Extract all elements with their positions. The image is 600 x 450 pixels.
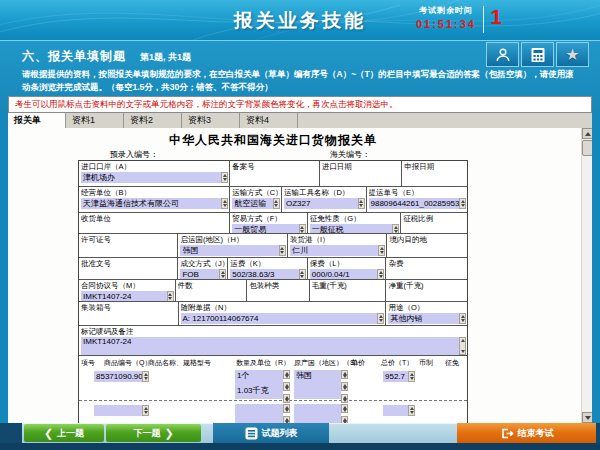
item2-total-price-value[interactable]	[383, 405, 408, 416]
operator-value[interactable]: 天津益海通信技术有限公司	[81, 198, 221, 209]
transaction-mode-input[interactable]: FOB	[180, 269, 226, 279]
favorite-button[interactable]: ★	[556, 42, 589, 67]
item1-origin-value[interactable]: 韩国	[296, 371, 339, 381]
spinner-icon[interactable]	[459, 337, 466, 355]
item1-code-input[interactable]: 85371090.90	[94, 371, 149, 382]
field-net-weight: 净重(千克)	[386, 280, 467, 301]
spinner-icon[interactable]	[392, 224, 399, 233]
transport-name-input[interactable]: OZ327	[284, 198, 365, 209]
spinner-icon[interactable]	[299, 224, 306, 233]
spinner-icon[interactable]	[273, 198, 280, 209]
spinner-icon[interactable]	[283, 416, 290, 423]
spinner-icon[interactable]	[299, 269, 306, 279]
import-port-input[interactable]: 津机场办	[81, 172, 228, 183]
loading-port-value[interactable]: 仁川	[290, 245, 378, 256]
spinner-icon[interactable]	[341, 416, 348, 423]
bill-no-input[interactable]: 98809644261_00285953	[369, 198, 466, 209]
item1-origin-input[interactable]: 韩国	[294, 370, 341, 399]
item1-code-value[interactable]: 85371090.90	[94, 371, 142, 382]
item1-qty-input[interactable]: 1个 1.03千克	[235, 370, 283, 399]
spinner-icon[interactable]	[283, 404, 290, 413]
transport-mode-value[interactable]: 航空运输	[232, 198, 273, 209]
attached-docs-value[interactable]: A: 121700114067674	[181, 313, 378, 324]
trade-mode-value[interactable]: 一般贸易	[232, 224, 299, 233]
scrollbar-down-icon[interactable]	[582, 412, 592, 423]
marks-notes-value[interactable]: IMKT1407-24	[81, 337, 459, 355]
item1-origin-spinners	[341, 370, 348, 403]
spinner-icon[interactable]	[219, 269, 226, 279]
item1-total-price-value[interactable]: 952.7	[383, 371, 408, 382]
levy-nature-input[interactable]: 一般征税	[310, 224, 400, 233]
spinner-icon[interactable]	[408, 405, 415, 416]
spinner-icon[interactable]	[221, 172, 228, 183]
spinner-icon[interactable]	[377, 313, 384, 324]
timer-label: 考试剩余时间	[416, 5, 476, 16]
item2-total-price-input[interactable]	[383, 405, 415, 416]
item1-total-price-input[interactable]: 952.7	[383, 371, 415, 382]
departure-country-input[interactable]: 韩国	[180, 245, 285, 256]
freight-value[interactable]: 502/38.63/3	[230, 269, 299, 279]
calculator-button[interactable]	[521, 42, 554, 67]
spinner-icon[interactable]	[459, 198, 466, 209]
marks-notes-input[interactable]: IMKT1407-24	[81, 337, 466, 355]
import-port-value[interactable]: 津机场办	[81, 172, 221, 183]
spinner-icon[interactable]	[283, 370, 290, 379]
tab-material-4[interactable]: 资料4	[240, 113, 298, 128]
user-button[interactable]	[486, 42, 519, 67]
field-gross-weight: 毛重(千克)	[310, 280, 387, 301]
transport-name-value[interactable]: OZ327	[284, 198, 358, 209]
item1-qty-line2[interactable]: 1.03千克	[237, 386, 281, 396]
insurance-value[interactable]: 000/0.04/1	[310, 269, 378, 279]
item2-code-input[interactable]	[94, 405, 149, 416]
contract-no-value[interactable]: IMKT1407-24	[81, 291, 167, 301]
tab-material-1[interactable]: 资料1	[66, 113, 124, 128]
scrollbar-thumb[interactable]	[582, 140, 592, 156]
spinner-icon[interactable]	[142, 405, 149, 416]
form-scrollbar[interactable]	[581, 128, 592, 423]
spinner-icon[interactable]	[459, 313, 466, 324]
field-label: 毛重(千克)	[312, 281, 385, 290]
spinner-icon[interactable]	[377, 269, 384, 279]
spinner-icon[interactable]	[358, 198, 365, 209]
field-label: 集装箱号	[81, 303, 177, 312]
question-list-button[interactable]: 试题列表	[213, 423, 329, 443]
loading-port-input[interactable]: 仁川	[290, 245, 385, 256]
transaction-mode-value[interactable]: FOB	[180, 269, 219, 279]
spinner-icon[interactable]	[279, 245, 286, 256]
footer-left-corner	[0, 423, 22, 443]
trade-mode-input[interactable]: 一般贸易	[232, 224, 306, 233]
spinner-icon[interactable]	[167, 291, 174, 301]
tab-material-2[interactable]: 资料2	[124, 113, 182, 128]
next-question-button[interactable]: 下一题 ❯	[106, 424, 201, 442]
item2-qty-input[interactable]	[235, 404, 283, 423]
usage-value[interactable]: 其他内销	[388, 313, 459, 324]
item2-code-value[interactable]	[94, 405, 142, 416]
prev-question-button[interactable]: ❮ 上一题	[24, 424, 104, 442]
levy-nature-value[interactable]: 一般征税	[310, 224, 393, 233]
item-row-2	[79, 401, 467, 423]
contract-no-input[interactable]: IMKT1407-24	[81, 291, 174, 301]
spinner-icon[interactable]	[341, 370, 348, 379]
transport-mode-input[interactable]: 航空运输	[232, 198, 280, 209]
scrollbar-up-icon[interactable]	[582, 128, 592, 139]
spinner-icon[interactable]	[341, 404, 348, 413]
usage-input[interactable]: 其他内销	[388, 313, 466, 324]
tab-declaration-form[interactable]: 报关单	[8, 113, 66, 128]
spinner-icon[interactable]	[408, 371, 415, 382]
section-progress: 第1题, 共1题	[140, 51, 191, 64]
operator-input[interactable]: 天津益海通信技术有限公司	[81, 198, 228, 209]
item2-origin-input[interactable]	[294, 404, 341, 423]
tab-material-3[interactable]: 资料3	[182, 113, 240, 128]
attached-docs-input[interactable]: A: 121700114067674	[181, 313, 385, 324]
freight-input[interactable]: 502/38.63/3	[230, 269, 306, 279]
spinner-icon[interactable]	[142, 371, 149, 382]
end-exam-button[interactable]: 结束考试	[457, 423, 596, 443]
spinner-icon[interactable]	[283, 382, 290, 391]
item1-qty-line1[interactable]: 1个	[237, 371, 281, 381]
bill-no-value[interactable]: 98809644261_00285953	[369, 198, 459, 209]
spinner-icon[interactable]	[341, 382, 348, 391]
departure-country-value[interactable]: 韩国	[180, 245, 278, 256]
spinner-icon[interactable]	[378, 245, 385, 256]
spinner-icon[interactable]	[221, 198, 228, 209]
insurance-input[interactable]: 000/0.04/1	[310, 269, 385, 279]
